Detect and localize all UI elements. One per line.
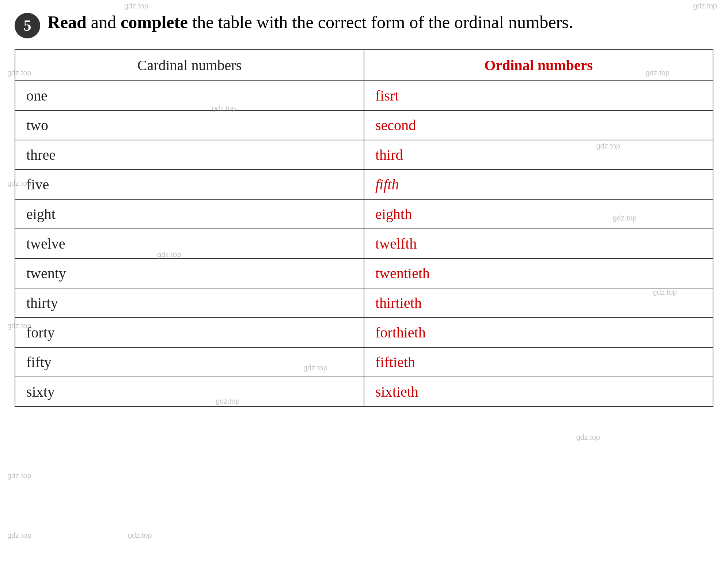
cardinal-thirty: thirty [15,288,364,318]
instruction-and: and [91,12,121,32]
table-row: twenty twentieth [15,258,713,288]
exercise-header: 5 Read and complete the table with the c… [11,11,717,38]
ordinal-header: Ordinal numbers [364,50,713,81]
ordinal-twelfth: twelfth [364,229,713,258]
table-row: thirty thirtieth [15,288,713,318]
cardinal-two: two [15,110,364,140]
ordinal-eighth: eighth [364,199,713,229]
watermark-17: gdz.top [128,531,152,540]
cardinal-eight: eight [15,199,364,229]
table-body: one fisrt two second three third five fi… [15,81,713,407]
cardinal-one: one [15,81,364,110]
ordinal-forthieth: forthieth [364,318,713,347]
table-row: eight eighth [15,199,713,229]
ordinal-twentieth: twentieth [364,258,713,288]
numbers-table-container: Cardinal numbers Ordinal numbers one fis… [15,49,713,407]
ordinal-first: fisrt [364,81,713,110]
instruction-rest: the table with the correct form of the o… [192,12,573,32]
cardinal-three: three [15,140,364,170]
watermark-2: gdz.top [693,2,717,10]
table-row: three third [15,140,713,170]
cardinal-twelve: twelve [15,229,364,258]
table-row: two second [15,110,713,140]
numbers-table: Cardinal numbers Ordinal numbers one fis… [15,49,713,407]
exercise-number: 5 [15,13,40,38]
cardinal-sixty: sixty [15,377,364,407]
watermark-1: gdz.top [124,2,148,10]
watermark-14: gdz.top [576,433,600,442]
ordinal-second: second [364,110,713,140]
cardinal-header: Cardinal numbers [15,50,364,81]
cardinal-twenty: twenty [15,258,364,288]
cardinal-fifty: fifty [15,347,364,377]
cardinal-forty: forty [15,318,364,347]
instruction-complete: complete [121,12,188,32]
exercise-instruction: Read and complete the table with the cor… [48,11,573,34]
table-row: sixty sixtieth [15,377,713,407]
watermark-15: gdz.top [7,472,31,480]
ordinal-sixtieth: sixtieth [364,377,713,407]
table-header-row: Cardinal numbers Ordinal numbers [15,50,713,81]
watermark-16: gdz.top [7,531,31,540]
table-row: forty forthieth [15,318,713,347]
ordinal-thirtieth: thirtieth [364,288,713,318]
ordinal-fiftieth: fiftieth [364,347,713,377]
ordinal-fifth: fifth [364,170,713,199]
table-row: fifty fiftieth [15,347,713,377]
instruction-read: Read [48,12,87,32]
table-row: one fisrt [15,81,713,110]
ordinal-third: third [364,140,713,170]
page-container: gdz.top gdz.top gdz.top gdz.top gdz.top … [0,0,728,414]
cardinal-five: five [15,170,364,199]
table-row: twelve twelfth [15,229,713,258]
table-row: five fifth [15,170,713,199]
